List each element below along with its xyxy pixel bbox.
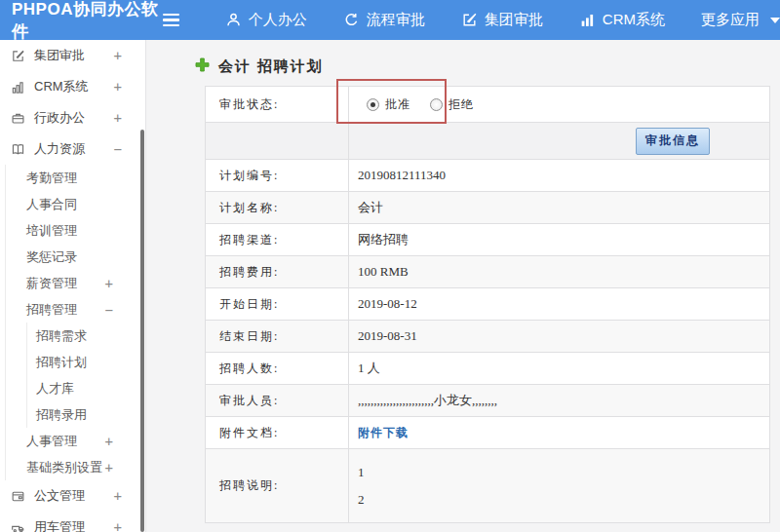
- table-row-plan-no: 计划编号: 20190812111340: [206, 160, 770, 192]
- edit-icon: [461, 12, 478, 28]
- expand-icon[interactable]: +: [114, 488, 122, 504]
- expand-icon[interactable]: +: [105, 460, 113, 475]
- expand-icon[interactable]: +: [114, 48, 122, 63]
- field-label: 计划编号:: [206, 160, 349, 192]
- sidebar-item-label: 招聘录用: [36, 406, 87, 424]
- nav-label: 流程审批: [367, 11, 425, 29]
- sidebar-item-recruit-demand[interactable]: 招聘需求: [27, 323, 145, 349]
- sidebar-item-label: 人才库: [36, 380, 74, 398]
- sidebar-item-vehicle-mgmt[interactable]: 用车管理 +: [0, 512, 145, 532]
- sidebar-item-personnel-mgmt[interactable]: 人事管理 +: [6, 428, 145, 454]
- bar-chart-icon: [11, 80, 25, 95]
- radio-approve[interactable]: [367, 98, 379, 111]
- field-label: 招聘渠道:: [206, 224, 349, 256]
- sidebar-item-label: 人事管理: [26, 433, 77, 450]
- field-label: 招聘说明:: [206, 449, 349, 523]
- expand-icon[interactable]: +: [105, 434, 113, 449]
- sidebar-item-rewards[interactable]: 奖惩记录: [6, 244, 145, 270]
- collapse-icon[interactable]: −: [114, 141, 122, 157]
- field-label: 结束日期:: [206, 321, 349, 353]
- nav-label: 更多应用: [701, 11, 760, 29]
- document-icon: [11, 489, 25, 504]
- table-row-description: 招聘说明: 1 2: [206, 449, 770, 523]
- sidebar-item-document-mgmt[interactable]: 公文管理 +: [0, 480, 145, 512]
- sidebar-item-label: 人事合同: [26, 196, 77, 213]
- sidebar-item-human-resources[interactable]: 人力资源 −: [0, 133, 145, 165]
- nav-personal-office[interactable]: 个人办公: [225, 11, 307, 29]
- expand-icon[interactable]: +: [105, 276, 113, 291]
- field-label: 附件文档:: [206, 417, 349, 449]
- sidebar-item-label: 招聘管理: [26, 301, 77, 319]
- sidebar-item-recruit-hire[interactable]: 招聘录用: [27, 401, 145, 428]
- sidebar-item-training[interactable]: 培训管理: [6, 217, 145, 244]
- expand-icon[interactable]: +: [114, 79, 122, 95]
- approval-status-radio-group: 批准 拒绝: [358, 96, 769, 113]
- nav-more-apps[interactable]: 更多应用: [701, 11, 780, 29]
- sidebar-item-label: 招聘计划: [36, 354, 87, 371]
- field-value: 100 RMB: [349, 256, 770, 288]
- field-value: 2019-08-12: [349, 288, 770, 321]
- sidebar-item-label: 集团审批: [34, 47, 85, 64]
- collapse-icon[interactable]: −: [105, 302, 113, 318]
- field-value: 会计: [349, 192, 770, 224]
- menu-toggle-icon[interactable]: [163, 14, 179, 26]
- sidebar-item-attendance[interactable]: 考勤管理: [6, 165, 145, 191]
- app-logo: PHPOA协同办公软件: [0, 0, 163, 43]
- sidebar-item-group-approval[interactable]: 集团审批 +: [0, 40, 145, 71]
- nav-process-approval[interactable]: 流程审批: [343, 11, 425, 29]
- nav-label: CRM系统: [603, 11, 665, 29]
- sidebar-item-label: 人力资源: [34, 140, 85, 158]
- field-value: 20190812111340: [349, 160, 770, 192]
- main-content: 会计 招聘计划 审批状态: 批准 拒绝 审批信息: [146, 40, 780, 532]
- sidebar-item-label: 基础类别设置: [26, 459, 102, 476]
- sidebar: 集团审批 + CRM系统 + 行政办公 + 人力资源 − 考勤管理: [0, 40, 146, 532]
- radio-reject-label[interactable]: 拒绝: [448, 96, 474, 113]
- book-icon: [11, 142, 25, 157]
- sidebar-item-recruit-plan[interactable]: 招聘计划: [27, 349, 145, 375]
- sidebar-item-label: 考勤管理: [26, 170, 77, 187]
- field-value: 2019-08-31: [349, 321, 770, 353]
- briefcase-icon: [11, 111, 25, 126]
- nav-group-approval[interactable]: 集团审批: [461, 11, 543, 29]
- expand-icon[interactable]: +: [114, 110, 122, 126]
- edit-icon: [11, 49, 25, 63]
- field-value: 网络招聘: [349, 224, 770, 256]
- table-row-headcount: 招聘人数: 1 人: [206, 353, 770, 385]
- sidebar-item-crm[interactable]: CRM系统 +: [0, 71, 145, 102]
- description-line: 1: [358, 459, 769, 486]
- radio-approve-label[interactable]: 批准: [385, 96, 410, 113]
- sidebar-scrollbar[interactable]: [140, 130, 144, 532]
- sidebar-item-hr-contract[interactable]: 人事合同: [6, 191, 145, 217]
- sidebar-item-talent-pool[interactable]: 人才库: [27, 375, 145, 401]
- expand-icon[interactable]: +: [114, 519, 122, 532]
- history-icon: [343, 12, 360, 28]
- nav-label: 个人办公: [249, 11, 307, 29]
- table-row-plan-name: 计划名称: 会计: [206, 192, 770, 224]
- table-row-cost: 招聘费用: 100 RMB: [206, 256, 770, 288]
- table-row-action: 审批信息: [206, 123, 770, 160]
- sidebar-item-base-category[interactable]: 基础类别设置 +: [6, 454, 145, 480]
- field-value: 1 人: [349, 353, 770, 385]
- nav-label: 集团审批: [485, 11, 543, 29]
- sidebar-item-label: 用车管理: [34, 518, 85, 532]
- field-label: 审批人员:: [206, 385, 349, 417]
- add-icon[interactable]: [195, 57, 210, 76]
- table-row-channel: 招聘渠道: 网络招聘: [206, 224, 770, 256]
- sidebar-item-label: 奖惩记录: [26, 248, 77, 266]
- table-row-start-date: 开始日期: 2019-08-12: [206, 288, 770, 321]
- car-icon: [11, 520, 25, 532]
- attachment-download-link[interactable]: 附件下载: [358, 426, 409, 439]
- approval-info-button[interactable]: 审批信息: [636, 128, 710, 155]
- sidebar-item-salary[interactable]: 薪资管理 +: [6, 270, 145, 296]
- table-row-status: 审批状态: 批准 拒绝: [206, 87, 770, 123]
- user-icon: [225, 12, 242, 28]
- sidebar-item-label: CRM系统: [34, 78, 89, 95]
- sidebar-item-label: 招聘需求: [36, 327, 87, 345]
- sidebar-item-recruit-mgmt[interactable]: 招聘管理 −: [6, 296, 145, 323]
- field-label: 计划名称:: [206, 192, 349, 224]
- field-label: 招聘人数:: [206, 353, 349, 385]
- table-row-approvers: 审批人员: ,,,,,,,,,,,,,,,,,,,,,,,,小龙女,,,,,,,…: [206, 385, 770, 417]
- sidebar-item-admin-office[interactable]: 行政办公 +: [0, 102, 145, 133]
- nav-crm-system[interactable]: CRM系统: [579, 11, 665, 29]
- radio-reject[interactable]: [430, 98, 443, 111]
